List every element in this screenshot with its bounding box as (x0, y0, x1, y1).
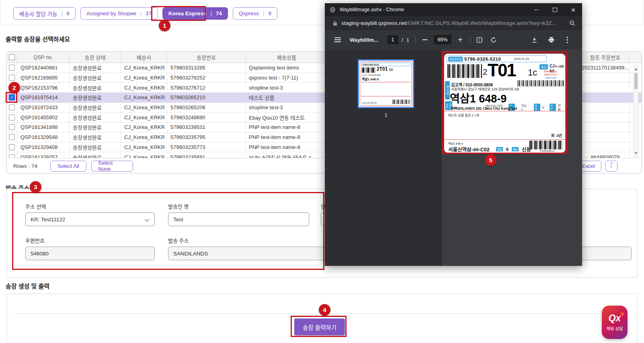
row-checkbox-cell (7, 103, 17, 112)
pdf-page-separator: / (402, 37, 403, 43)
cell-shipped-product: qxpress test - 7(7-11) (246, 73, 328, 83)
row-checkbox-cell (7, 133, 17, 142)
minimize-icon (534, 10, 539, 10)
tab-label: 배송사 할당 가능 (19, 10, 57, 18)
annotation-badge-3: 3 (30, 181, 41, 193)
url-path: /GMKT.INC.GLPS.Waybill.Web/WaybillImage.… (406, 20, 556, 26)
chat-support-button[interactable]: Qx 채팅 상담 (602, 306, 628, 339)
col-header-qsp-no: QSP no. (17, 52, 70, 63)
col-header-invoice-status: 송장 상태 (70, 52, 121, 63)
annotation-box-address-form (12, 192, 324, 270)
annotation-badge-4: 4 (319, 304, 330, 316)
fit-page-icon (476, 37, 483, 43)
cell-shipped-product: PNP test-item name-8 (246, 133, 328, 142)
scroll-up-arrow-icon[interactable] (634, 68, 638, 70)
row-checkbox[interactable] (9, 75, 15, 81)
tab-assigned-by-shopee[interactable]: Assigned by Shopee | 37 (80, 7, 158, 20)
thumb-header: 5796-0326-5210 (361, 63, 410, 66)
cell-ref-order-no (581, 112, 630, 122)
filter-tabs: 배송사 할당 가능 | 6 Assigned by Shopee | 37 Ko… (13, 7, 277, 20)
thumb-sort-code: 2T01 1c (377, 66, 393, 72)
row-checkbox[interactable] (9, 65, 15, 71)
cell-carrier: CJ_Korea_KRKR (121, 143, 167, 152)
cell-carrier: CJ_Korea_KRKR (121, 83, 167, 92)
cell-shipped-product: shopline test-3 (246, 83, 328, 92)
cell-ref-order-no (581, 73, 630, 83)
cell-shipped-product: Qxplanning test items (246, 63, 328, 73)
scroll-to-top-button[interactable]: ↕ (605, 161, 617, 172)
chat-label: 채팅 상담 (606, 325, 623, 331)
cell-qsp-no: QSP161329408 (17, 143, 70, 152)
zoom-out-button[interactable] (421, 39, 429, 40)
row-checkbox[interactable] (9, 114, 15, 120)
thumb-terminal: 서울신역삼-##-C02 (362, 102, 377, 104)
pdf-zoom-level[interactable]: 65% (434, 35, 451, 45)
menu-button[interactable] (334, 37, 341, 42)
annotation-box-waybill (442, 51, 567, 154)
cell-qsp-no: QSP162169895 (17, 73, 70, 83)
popup-address-bar[interactable]: staging-waybill.qxpress.net/GMKT.INC.GLP… (325, 16, 582, 30)
cell-carrier: CJ_Korea_KRKR (121, 63, 167, 73)
more-options-button[interactable]: ⋮ (564, 35, 571, 44)
annotation-badge-5: 5 (485, 154, 496, 166)
row-checkbox[interactable] (9, 124, 15, 130)
scrollbar-thumb[interactable] (634, 73, 638, 89)
tab-label: Qxpress (239, 10, 259, 16)
cell-invoice-status: 송장생성완료 (70, 73, 121, 83)
select-none-button[interactable]: Select None (91, 161, 133, 172)
table-vertical-scrollbar[interactable] (633, 65, 638, 157)
maximize-icon (553, 8, 557, 12)
tab-divider: | (61, 11, 62, 16)
close-button[interactable]: × (565, 3, 581, 16)
download-button[interactable] (531, 37, 538, 43)
select-all-checkbox[interactable] (9, 54, 15, 60)
row-checkbox[interactable] (9, 104, 15, 110)
row-checkbox-cell (7, 143, 17, 152)
cell-carrier: CJ_Korea_KRKR (121, 133, 167, 142)
cell-shipped-product: PNP test-item name-8 (246, 122, 328, 132)
row-checkbox[interactable] (9, 144, 15, 150)
annotation-box-korea-express (151, 6, 206, 21)
minimize-button[interactable] (528, 3, 544, 16)
pdf-page-thumbnail[interactable]: 5796-0326-5210 2T01 1c 김고객 / 010-9000-08… (358, 59, 414, 108)
cell-ref-order-no (581, 83, 630, 92)
cell-invoice-status: 송장생성완료 (70, 152, 121, 158)
rotate-button[interactable] (490, 37, 497, 43)
popup-titlebar[interactable]: WaybillImage.ashx - Chrome × (325, 3, 582, 16)
col-header-shipped-product: 배송상품 (246, 52, 328, 63)
fit-page-button[interactable] (476, 37, 483, 43)
tab-divider: | (140, 11, 142, 16)
rows-count-label: Rows : 74 (13, 163, 37, 169)
scroll-down-arrow-icon[interactable] (634, 152, 638, 155)
annotation-box-print-button (291, 316, 347, 337)
cell-carrier: CJ_Korea_KRKR (121, 103, 167, 112)
thumb-page-number: 1 (358, 112, 414, 118)
select-all-button[interactable]: Select All (50, 161, 86, 172)
tab-qxpress[interactable]: Qxpress | 9 (233, 7, 277, 20)
row-checkbox[interactable] (9, 134, 15, 140)
pdf-thumbnail-sidebar: 5796-0326-5210 2T01 1c 김고객 / 010-9000-08… (325, 49, 441, 266)
zoom-in-button[interactable]: + (456, 35, 464, 45)
cell-qsp-no: QSP162153796 (17, 83, 70, 92)
cell-carrier: CJ_Korea_KRKR (121, 122, 167, 132)
print-button-pdf[interactable] (548, 37, 555, 43)
download-icon (531, 37, 538, 43)
qx-logo: Qx (609, 314, 621, 323)
row-checkbox[interactable] (9, 154, 15, 158)
tab-count: 74 (216, 10, 222, 16)
cell-invoice-number: 579603239531 (167, 122, 246, 132)
pdf-page-input[interactable]: 1 (387, 35, 398, 44)
cell-invoice-status: 송장생성완료 (70, 122, 121, 132)
tab-label: Assigned by Shopee (86, 10, 136, 16)
row-checkbox-cell (7, 112, 17, 122)
popup-window-title: WaybillImage.ashx - Chrome (340, 7, 404, 12)
zoom-out-page-icon[interactable] (569, 20, 576, 27)
cell-invoice-status: 송장생성완료 (70, 93, 121, 102)
cell-shipped-product: 테스트 상품 (246, 93, 328, 102)
cell-qsp-no: QSP161329257 (17, 152, 70, 158)
cell-invoice-status: 송장생성완료 (70, 143, 121, 152)
invoice-list-title: 출력할 송장을 선택하세요 (6, 35, 70, 43)
col-header-invoice-number: 송장번호 (167, 52, 246, 63)
maximize-button[interactable] (547, 3, 563, 16)
tab-carrier-assignable[interactable]: 배송사 할당 가능 | 6 (13, 7, 76, 20)
